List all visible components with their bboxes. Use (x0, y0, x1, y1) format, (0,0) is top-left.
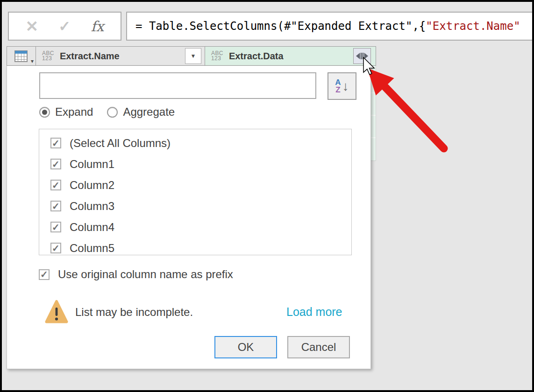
expand-column-button[interactable] (353, 48, 371, 64)
list-item-column3[interactable]: ✓ Column3 (39, 196, 351, 217)
load-more-link[interactable]: Load more (286, 305, 342, 319)
column-title: Extract.Name (60, 51, 120, 62)
ok-button[interactable]: OK (214, 336, 277, 358)
checkmark-icon: ✓ (52, 223, 60, 232)
selected-column-cells-strip (371, 66, 376, 161)
dropdown-arrow-icon: ▼ (191, 53, 196, 59)
columns-list-box: ✓ (Select All Columns) ✓ Column1 ✓ Colum… (39, 129, 352, 255)
expand-column-icon (356, 51, 368, 61)
prefix-option-row[interactable]: ✓ Use original column name as prefix (39, 267, 233, 281)
checkmark-icon: ✓ (52, 202, 60, 211)
list-item-select-all[interactable]: ✓ (Select All Columns) (39, 133, 351, 154)
formula-string-literal: "Extract.Name" (426, 20, 520, 33)
warning-text: List may be incomplete. (75, 306, 193, 319)
table-icon (14, 50, 28, 62)
mode-radio-group: Expand Aggregate (39, 105, 175, 119)
column-header-extract-name[interactable]: ABC 123 Extract.Name (36, 46, 205, 66)
column-type-icon: ABC 123 (211, 51, 223, 61)
prefix-checkbox[interactable]: ✓ (39, 269, 50, 280)
formula-toolbar: ✕ ✓ fx (8, 12, 121, 41)
checkmark-icon: ✓ (40, 270, 48, 279)
radio-expand[interactable] (39, 107, 50, 118)
fx-icon[interactable]: fx (91, 18, 104, 35)
select-all-table-button[interactable]: ▾ (7, 46, 36, 66)
column-type-icon: ABC 123 (42, 51, 54, 61)
column-title: Extract.Data (229, 51, 284, 62)
radio-expand-label[interactable]: Expand (55, 105, 93, 119)
checkmark-icon: ✓ (52, 244, 60, 253)
list-item-column1[interactable]: ✓ Column1 (39, 154, 351, 175)
cancel-button[interactable]: Cancel (287, 336, 350, 358)
checkmark-icon: ✓ (52, 139, 60, 148)
sort-arrow-icon: ↓ (342, 80, 349, 93)
list-item-column5[interactable]: ✓ Column5 (39, 238, 351, 259)
warning-row: List may be incomplete. (45, 299, 193, 325)
radio-aggregate[interactable] (107, 107, 118, 118)
sort-az-icon: A Z (335, 79, 341, 94)
commit-formula-icon[interactable]: ✓ (58, 18, 71, 35)
checkmark-icon: ✓ (52, 181, 60, 190)
corner-dropdown-icon: ▾ (31, 58, 34, 64)
warning-icon (45, 300, 68, 325)
checkbox[interactable]: ✓ (50, 180, 61, 190)
checkbox[interactable]: ✓ (50, 243, 61, 253)
checkmark-icon: ✓ (52, 160, 60, 169)
checkbox[interactable]: ✓ (50, 138, 61, 148)
sort-button[interactable]: A Z ↓ (328, 72, 356, 100)
list-item-column4[interactable]: ✓ Column4 (39, 217, 351, 238)
column-header-extract-data[interactable]: ABC 123 Extract.Data (205, 46, 376, 66)
checkbox[interactable]: ✓ (50, 222, 61, 232)
list-item-column2[interactable]: ✓ Column2 (39, 175, 351, 196)
formula-input[interactable]: = Table.SelectColumns(#"Expanded Extract… (126, 12, 534, 41)
checkbox[interactable]: ✓ (50, 201, 61, 211)
checkbox[interactable]: ✓ (50, 159, 61, 169)
formula-code-text: = Table.SelectColumns(#"Expanded Extract… (135, 20, 426, 33)
expand-dialog: A Z ↓ Expand Aggregate ✓ (Select All Col… (7, 66, 371, 369)
cancel-formula-icon[interactable]: ✕ (26, 17, 39, 35)
column-filter-dropdown-button[interactable]: ▼ (185, 48, 201, 64)
search-columns-input[interactable] (39, 72, 316, 99)
prefix-option-label: Use original column name as prefix (58, 268, 233, 281)
radio-aggregate-label[interactable]: Aggregate (123, 105, 175, 119)
